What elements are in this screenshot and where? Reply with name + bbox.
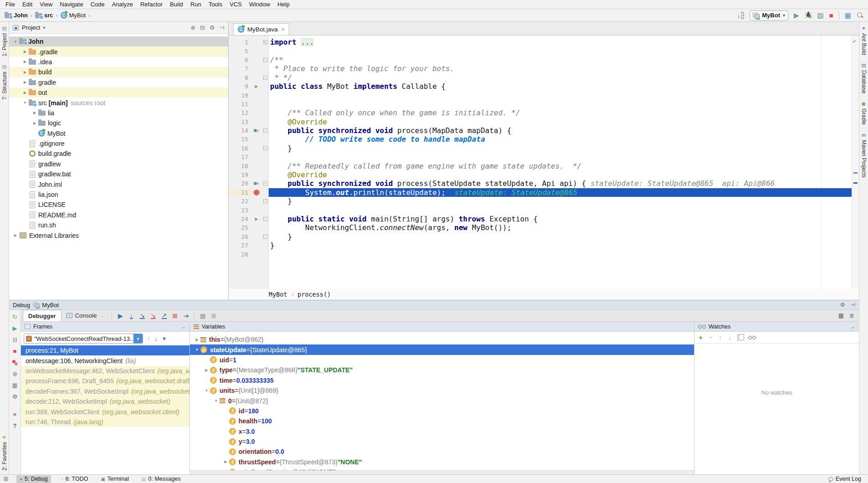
frame-row[interactable]: process:21, MyBot [21, 345, 189, 355]
code-line-24[interactable]: 24▶− public static void main(String[] ar… [229, 215, 852, 223]
tree-item-logic[interactable]: ▶logic [9, 118, 228, 128]
statusbar-item-terminal[interactable]: ▣Terminal [97, 475, 132, 483]
code-line-27[interactable]: 27} [229, 241, 852, 250]
tree-item-lia-json[interactable]: lia.json [9, 190, 228, 200]
line-number[interactable]: 19 [229, 171, 251, 178]
overrides-method-icon[interactable] [254, 128, 259, 133]
fold-toggle-icon[interactable]: − [263, 128, 267, 133]
statusbar-item-6-todo[interactable]: ◔6: TODO [57, 475, 92, 483]
variable-row-this[interactable]: ▶this = {MyBot@862} [190, 334, 694, 344]
tree-item--idea[interactable]: ▶.idea [9, 57, 228, 67]
tab-console[interactable]: ≡ Console → [61, 310, 109, 321]
tree-item-john[interactable]: ▼John [9, 36, 228, 46]
tool-windows-button[interactable]: ▦ [845, 11, 851, 20]
code-text[interactable]: } [269, 241, 852, 250]
code-text[interactable]: public static void main(String[] args) t… [269, 215, 852, 223]
menu-refactor[interactable]: Refactor [137, 0, 166, 9]
line-number[interactable]: 9 [229, 83, 251, 90]
stripe-item-structure[interactable]: ▤7: Structure [1, 60, 8, 103]
code-text[interactable]: } [269, 197, 852, 206]
code-text[interactable]: /** Repeatedly called from game engine w… [269, 162, 852, 170]
menu-code[interactable]: Code [87, 0, 108, 9]
code-text[interactable]: @Override [269, 170, 852, 179]
thread-dump-button[interactable]: ▦ [9, 380, 20, 391]
code-line-20[interactable]: 20− public synchronized void process(Sta… [229, 179, 852, 188]
overrides-method-icon[interactable] [251, 128, 261, 133]
line-number[interactable]: 13 [229, 118, 251, 125]
breadcrumb-john[interactable]: John [5, 12, 28, 19]
fold-toggle-icon[interactable]: − [263, 235, 267, 239]
chevron-right-icon[interactable]: ▶ [21, 50, 29, 54]
tree-item-john-iml[interactable]: John.iml [9, 179, 228, 189]
code-line-5[interactable]: 5 [229, 46, 852, 55]
line-number[interactable]: 22 [229, 198, 251, 205]
code-line-6[interactable]: 6−/** [229, 56, 852, 64]
code-line-8[interactable]: 8− * */ [229, 73, 852, 82]
tree-item--gradle[interactable]: ▶.gradle [9, 46, 228, 57]
code-text[interactable]: } [269, 144, 852, 153]
stop-debug-button[interactable]: ■ [9, 345, 20, 357]
project-settings-gear-icon[interactable]: ⚙ [209, 24, 215, 31]
restore-layout-icon[interactable]: ▦ [838, 312, 844, 319]
line-number[interactable]: 20 [229, 180, 251, 187]
code-line-9[interactable]: 9▶public class MyBot implements Callable… [229, 82, 852, 91]
variable-row-stateUpdate[interactable]: ▼pstateUpdate = {StateUpdate@865} [190, 344, 694, 355]
tree-item-mybot[interactable]: CMyBot [9, 128, 228, 139]
add-watch-icon[interactable]: + [699, 334, 703, 341]
fold-toggle-icon[interactable]: − [263, 76, 267, 80]
fold-toggle-icon[interactable]: − [263, 199, 267, 203]
layout-settings-icon[interactable]: ≣ [849, 312, 854, 319]
line-number[interactable]: 21 [229, 189, 251, 196]
evaluate-expression-button[interactable]: ▦ [197, 311, 208, 321]
line-number[interactable]: 18 [229, 163, 251, 170]
line-number[interactable]: 16 [229, 145, 251, 152]
code-line-26[interactable]: 26− } [229, 232, 852, 241]
rerun-button[interactable]: ↻ [9, 311, 20, 323]
code-line-17[interactable]: 17 [229, 153, 852, 161]
code-line-16[interactable]: 16− } [229, 144, 852, 153]
breakpoint-hit-icon[interactable]: ✓ [251, 190, 261, 195]
next-frame-icon[interactable]: ↓ [154, 335, 158, 342]
statusbar-item-5-debug[interactable]: ●5: Debug [16, 475, 51, 483]
chevron-right-icon[interactable]: ▶ [31, 111, 38, 115]
tree-item-out[interactable]: ▶out [9, 87, 228, 98]
code-text[interactable]: public class MyBot implements Callable { [269, 82, 852, 91]
tab-debugger[interactable]: Debugger [23, 310, 61, 321]
stripe-item-gradle[interactable]: ◉Gradle [861, 97, 867, 128]
thread-dropdown-icon[interactable]: ▾ [133, 334, 143, 344]
fold-toggle-icon[interactable]: − [263, 217, 267, 221]
tree-item-run-sh[interactable]: run.sh [9, 220, 228, 230]
variable-row-x[interactable]: fx = 3.0 [190, 426, 694, 437]
resume-button[interactable]: ▶ [9, 323, 20, 334]
frame-row[interactable]: decodeFrames:367, WebSocketImpl(org.java… [21, 386, 189, 396]
code-text[interactable]: public synchronized void process(StateUp… [269, 179, 852, 188]
variable-row-type[interactable]: ▶ftype = {MessageType@868} "STATE_UPDATE… [190, 365, 694, 375]
stripe-item-maven-projects[interactable]: mMaven Projects [861, 128, 867, 181]
stripe-mark[interactable] [853, 182, 858, 184]
line-number[interactable]: 12 [229, 109, 251, 116]
code-text[interactable]: * Place to write the logic for your bots… [269, 64, 852, 73]
variable-row-y[interactable]: fy = 3.0 [190, 437, 694, 447]
statusbar-item-0-messages[interactable]: ▤0: Messages [138, 475, 184, 483]
code-text[interactable]: // TODO write some code to handle mapDat… [269, 135, 852, 144]
menu-edit[interactable]: Edit [19, 0, 36, 9]
chevron-down-icon[interactable]: ▼ [194, 348, 200, 352]
menu-file[interactable]: File [2, 0, 19, 9]
fold-toggle-icon[interactable]: + [263, 40, 267, 44]
fold-toggle-icon[interactable]: − [261, 217, 269, 221]
line-number[interactable]: 28 [229, 251, 251, 258]
line-number[interactable]: 27 [229, 242, 251, 249]
trace-settings-icon[interactable]: ≣ [208, 311, 219, 321]
variable-row-orientation[interactable]: forientation = 0.0 [190, 447, 694, 457]
code-area[interactable]: 1+import ...56−/**7 * Place to write the… [229, 36, 859, 300]
line-number[interactable]: 6 [229, 57, 251, 63]
variable-row-0[interactable]: ▼0 = {Unit@872} [190, 396, 694, 406]
breakpoint-hit-icon[interactable]: ✓ [254, 190, 260, 195]
run-method-icon[interactable]: ▶ [251, 83, 261, 89]
variable-row-uid[interactable]: fuid = 1 [190, 355, 694, 365]
chevron-right-icon[interactable]: ▶ [31, 121, 38, 125]
tree-item-gradlew[interactable]: gradlew [9, 159, 228, 169]
drop-frame-button[interactable]: ⊠ [169, 311, 180, 321]
code-text[interactable]: /** [269, 56, 852, 64]
line-number[interactable]: 17 [229, 154, 251, 160]
